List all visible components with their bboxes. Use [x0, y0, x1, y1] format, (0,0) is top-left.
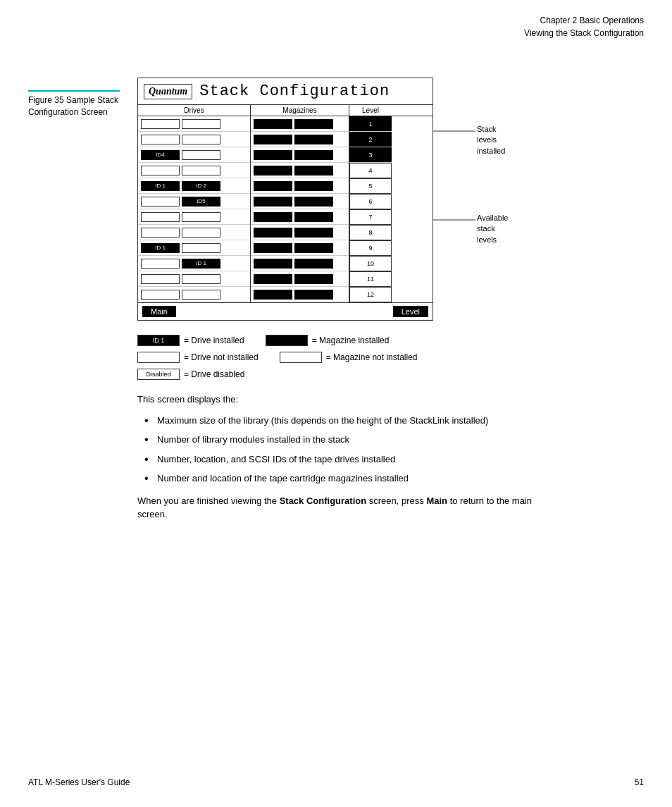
mag-box-6a — [254, 197, 292, 207]
header-line1: Chapter 2 Basic Operations — [524, 14, 644, 27]
legend-magazine-installed-box — [266, 335, 308, 346]
mag-row-7 — [251, 209, 349, 225]
level-row-12: 12 — [349, 287, 392, 302]
level-row-3: 3 — [349, 147, 392, 163]
legend-row-1: ID 1 = Drive installed = Magazine instal… — [137, 335, 504, 346]
mag-row-3 — [251, 147, 349, 163]
footer-left: ATL M-Series User's Guide — [28, 777, 130, 787]
mag-row-11 — [251, 271, 349, 287]
legend-drive-installed-box: ID 1 — [137, 335, 180, 346]
level-row-9: 9 — [349, 240, 392, 256]
callout-available-levels: Available stack levels — [433, 210, 490, 231]
column-headers: Drives Magazines Level — [138, 105, 433, 116]
legend-drive-disabled: Disabled = Drive disabled — [137, 369, 504, 380]
page-header: Chapter 2 Basic Operations Viewing the S… — [524, 14, 644, 39]
diagram-title-text: Stack Configuration — [199, 82, 390, 100]
header-line2: Viewing the Stack Configuration — [524, 27, 644, 39]
mag-box-11b — [294, 274, 333, 284]
legend-magazine-installed: = Magazine installed — [266, 335, 390, 346]
footer-right: 51 — [635, 777, 644, 787]
mag-box-10a — [254, 259, 292, 269]
legend-drive-not-installed: = Drive not installed — [137, 352, 259, 363]
drive-row-9: ID 1 — [138, 240, 250, 256]
legend-row-2: = Drive not installed = Magazine not ins… — [137, 352, 504, 363]
mag-box-9b — [294, 243, 333, 253]
closing-bold2: Main — [426, 495, 447, 506]
drive-box-12b — [182, 290, 220, 300]
bullet-3: Number, location, and SCSI IDs of the ta… — [144, 452, 560, 467]
level-row-11: 11 — [349, 271, 392, 287]
drive-box-6a — [141, 197, 180, 207]
callout-stack-levels-text: Stack levels installed — [477, 124, 505, 156]
diagram-title-row: Quantum Stack Configuration — [138, 78, 433, 105]
mag-row-1 — [251, 116, 349, 132]
drive-row-6: ID5 — [138, 194, 250, 209]
mag-row-6 — [251, 194, 349, 209]
diagram-wrapper: Quantum Stack Configuration Drives Magaz… — [137, 78, 447, 321]
drive-box-11a — [141, 274, 180, 284]
mag-box-10b — [294, 259, 333, 269]
drive-row-11 — [138, 271, 250, 287]
drive-row-3: ID4 — [138, 147, 250, 163]
legend-drive-disabled-text: = Drive disabled — [184, 369, 244, 379]
level-row-10: 10 — [349, 256, 392, 271]
level-row-6: 6 — [349, 194, 392, 209]
drive-box-9b — [182, 243, 220, 253]
drive-box-4a — [141, 166, 180, 175]
magazines-column — [251, 116, 349, 302]
level-button[interactable]: Level — [393, 306, 428, 317]
stack-config-diagram: Quantum Stack Configuration Drives Magaz… — [137, 78, 433, 321]
mag-box-4b — [294, 166, 333, 175]
drive-row-7 — [138, 209, 250, 225]
mag-box-7b — [294, 212, 333, 222]
col-header-magazines: Magazines — [251, 105, 349, 116]
bullet-4: Number and location of the tape cartridg… — [144, 472, 560, 486]
drive-box-3b — [182, 150, 220, 160]
figure-label: Figure 35 Sample Stack Configuration Scr… — [28, 90, 120, 118]
drive-row-2 — [138, 132, 250, 147]
mag-row-10 — [251, 256, 349, 271]
main-button[interactable]: Main — [142, 306, 176, 317]
closing-prefix: When you are finished viewing the — [137, 495, 280, 506]
level-row-5: 5 — [349, 178, 392, 194]
mag-box-2b — [294, 135, 333, 144]
callout-stack-levels: Stack levels installed — [433, 121, 490, 142]
main-content: Quantum Stack Configuration Drives Magaz… — [137, 78, 644, 529]
legend-drive-installed-text: = Drive installed — [184, 335, 244, 345]
mag-box-5a — [254, 181, 292, 191]
mag-box-8b — [294, 228, 333, 238]
mag-box-9a — [254, 243, 292, 253]
drive-row-12 — [138, 287, 250, 302]
legend-drive-installed: ID 1 = Drive installed — [137, 335, 244, 346]
body-closing: When you are finished viewing the Stack … — [137, 494, 560, 522]
mag-box-6b — [294, 197, 333, 207]
col-header-drives: Drives — [138, 105, 251, 116]
drive-box-9a: ID 1 — [141, 243, 180, 253]
drive-box-7a — [141, 212, 180, 222]
bullet-1: Maximum size of the library (this depend… — [144, 414, 560, 428]
level-row-2: 2 — [349, 132, 392, 147]
body-intro: This screen displays the: — [137, 393, 560, 407]
drive-row-10: ID 1 — [138, 256, 250, 271]
mag-box-7a — [254, 212, 292, 222]
drive-box-2a — [141, 135, 180, 144]
mag-row-8 — [251, 225, 349, 240]
legend-drive-disabled-box: Disabled — [137, 369, 180, 380]
level-row-8: 8 — [349, 225, 392, 240]
drive-box-12a — [141, 290, 180, 300]
legend-magazine-not-installed-box — [280, 352, 322, 363]
legend-magazine-installed-text: = Magazine installed — [312, 335, 390, 345]
mag-box-4a — [254, 166, 292, 175]
page-footer: ATL M-Series User's Guide 51 — [0, 777, 672, 787]
quantum-logo: Quantum — [144, 84, 192, 99]
drive-box-6b: ID5 — [182, 197, 220, 207]
drive-box-1a — [141, 119, 180, 129]
closing-middle: screen, press — [366, 495, 426, 506]
drive-box-7b — [182, 212, 220, 222]
drive-box-4b — [182, 166, 220, 175]
mag-box-2a — [254, 135, 292, 144]
mag-box-11a — [254, 274, 292, 284]
mag-row-4 — [251, 163, 349, 178]
closing-bold1: Stack Configuration — [280, 495, 367, 506]
drive-row-8 — [138, 225, 250, 240]
